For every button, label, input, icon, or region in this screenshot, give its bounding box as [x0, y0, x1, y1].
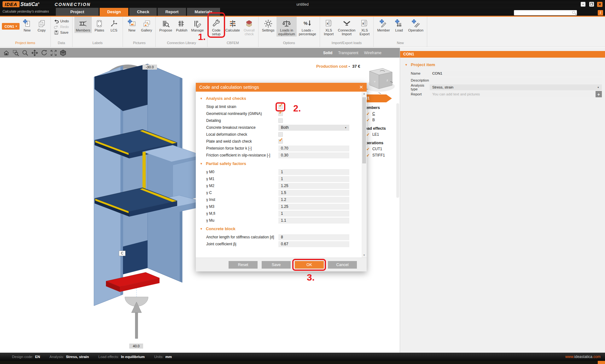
property-input-name[interactable]: CON1 [430, 71, 602, 77]
ribbon-button-propose[interactable]: Propose [158, 17, 174, 33]
save-button[interactable]: Save [262, 261, 291, 269]
scroll-down-icon[interactable]: ▼ [362, 253, 367, 258]
ribbon-button-loads-in-equilibrium[interactable]: Loads inequilibrium [276, 17, 296, 37]
checkbox-local-deformation-check[interactable] [278, 132, 283, 137]
tab-report[interactable]: Report [158, 8, 186, 16]
dialog-row-label: Local deformation check [196, 132, 278, 137]
checkbox-stop-at-limit-strain[interactable]: ✓ [278, 105, 283, 109]
maximize-button[interactable]: ❐ [589, 2, 594, 7]
input-m3[interactable]: 1.25 [278, 204, 349, 210]
input-c[interactable]: 1.5 [278, 190, 349, 196]
view-mode-transparent[interactable]: Transparent [338, 51, 358, 55]
dialog-scrollbar[interactable]: ▲ ▼ [362, 92, 367, 258]
ribbon-button-overall-check[interactable]: Overallcheck [242, 17, 256, 37]
pan-icon[interactable] [30, 48, 39, 57]
input-mu[interactable]: 1.1 [278, 218, 349, 224]
ribbon-button-member[interactable]: Member [375, 17, 391, 33]
tree-item-label: B [372, 118, 375, 122]
status-label-design-code: Design code: [12, 355, 33, 359]
add-report-button[interactable]: + [596, 91, 602, 97]
property-label: Description [411, 78, 430, 82]
ribbon-group-label: CBFEM [209, 40, 256, 47]
property-select-analysis-type[interactable]: Stress, strain▼ [430, 84, 602, 90]
ribbon-button-loads-percentage[interactable]: %Loads -percentage [297, 17, 318, 37]
dialog-title-bar[interactable]: Code and calculation settings ✕ [196, 83, 367, 92]
tree-scrollbar[interactable] [396, 103, 399, 198]
ribbon-button-xls-export[interactable]: xXLSExport [358, 17, 371, 37]
zoom-icon[interactable] [21, 48, 29, 57]
property-input-description[interactable] [430, 77, 602, 83]
ribbon-button-publish[interactable]: Publish [174, 17, 189, 33]
tab-project[interactable]: Project [56, 8, 99, 16]
ribbon-button-calculate[interactable]: Calculate [224, 17, 241, 33]
input-joint-coefficient-j[interactable]: 0.67 [278, 241, 349, 247]
rotate-icon[interactable] [40, 48, 48, 57]
search-input[interactable] [514, 10, 577, 15]
ribbon-button-label: Members [76, 29, 90, 32]
scroll-up-icon[interactable]: ▲ [362, 92, 367, 96]
close-button[interactable]: ✕ [597, 2, 602, 7]
checkbox-plate-and-weld-clash-check[interactable]: ✓ [278, 139, 283, 144]
input-anchor-length-for-stiffness-calculation-d[interactable]: 8 [278, 234, 349, 240]
input-inst[interactable]: 1.2 [278, 197, 349, 203]
input-m2[interactable]: 1.25 [278, 183, 349, 189]
publish-icon [177, 18, 186, 28]
reset-button[interactable]: Reset [229, 261, 258, 269]
zoom-fit-icon[interactable] [49, 48, 58, 57]
collapse-triangle-icon: ▼ [200, 162, 203, 165]
ribbon-button-code-setup[interactable]: Codesetup1. [209, 17, 223, 37]
minimize-button[interactable]: – [581, 2, 585, 7]
ribbon-button-redo[interactable]: Redo [53, 25, 70, 29]
solid-view-icon[interactable] [59, 48, 67, 57]
input-m1[interactable]: 1 [278, 176, 349, 182]
input-pretension-force-factor-k[interactable]: 0.70 [278, 145, 349, 151]
ribbon-button-new[interactable]: New [20, 17, 34, 33]
dialog-row-label: Stop at limit strain [196, 105, 278, 109]
property-report-field[interactable]: You can add text and pictures [430, 91, 595, 97]
ribbon-group-label: New [375, 40, 425, 47]
ribbon-button-lcs[interactable]: LCS [107, 17, 121, 33]
zoom-window-icon[interactable] [11, 48, 20, 57]
input-m0[interactable]: 1 [278, 169, 349, 175]
cancel-button[interactable]: Cancel [328, 261, 357, 269]
ok-button[interactable]: OK [295, 261, 324, 269]
info-button[interactable]: i [598, 10, 603, 15]
website-link[interactable]: www.ideastatica.com [565, 355, 601, 359]
view-mode-wireframe[interactable]: Wireframe [364, 51, 381, 55]
ribbon-button-xls-import[interactable]: xXLSImport [322, 17, 336, 37]
select-concrete-breakout-resistance[interactable]: Both▼ [278, 125, 349, 131]
property-row-description: Description [400, 77, 605, 83]
dialog-section-concrete-block[interactable]: ▼Concrete block [196, 224, 362, 234]
ribbon-button-plates[interactable]: Plates [92, 17, 106, 33]
ribbon-button-operation[interactable]: Operation [407, 17, 425, 33]
ribbon-button-connection-import[interactable]: ConnectionImport [336, 17, 357, 37]
scroll-thumb[interactable] [362, 97, 366, 163]
dialog-row-pretension-force-factor-k: Pretension force factor k [-]0.70 [196, 145, 362, 152]
checkbox-geometrical-nonlinearity-gmna[interactable]: ✓ [278, 111, 283, 116]
checkbox-detailing[interactable] [278, 118, 283, 123]
property-row-name: NameCON1 [400, 70, 605, 77]
ribbon-button-gallery[interactable]: Gallery [139, 17, 154, 33]
dialog-section-partial-safety-factors[interactable]: ▼Partial safety factors [196, 159, 362, 168]
tab-materials[interactable]: Materials [187, 8, 220, 16]
ribbon-button-save[interactable]: Save [53, 30, 70, 35]
ribbon-button-label: New [24, 29, 31, 32]
view-mode-solid[interactable]: Solid [323, 51, 332, 55]
input-m-fi[interactable]: 1 [278, 211, 349, 217]
input-friction-coefficient-in-slip-resistance[interactable]: 0.30 [278, 152, 349, 158]
dialog-close-icon[interactable]: ✕ [359, 84, 363, 90]
ribbon-button-new[interactable]: New [125, 17, 139, 33]
ribbon-button-undo[interactable]: Undo [53, 19, 70, 24]
project-item-section[interactable]: ▼ Project item [405, 62, 435, 67]
ribbon-button-manage[interactable]: Manage [189, 17, 205, 33]
ribbon-group-project-items: CON1▾NewCopyProject items [0, 17, 51, 47]
ribbon-button-load[interactable]: Load [392, 17, 406, 33]
home-icon[interactable] [2, 48, 10, 57]
ribbon-button-settings[interactable]: Settings [260, 17, 276, 33]
ribbon-button-members[interactable]: Members [74, 17, 92, 33]
ribbon-button-copy[interactable]: Copy [35, 17, 49, 33]
con1-selector-button[interactable]: CON1▾ [2, 23, 20, 30]
tab-check[interactable]: Check [129, 8, 157, 16]
tab-design[interactable]: Design [100, 8, 128, 16]
navigation-cube[interactable]: Y Z [363, 66, 396, 95]
